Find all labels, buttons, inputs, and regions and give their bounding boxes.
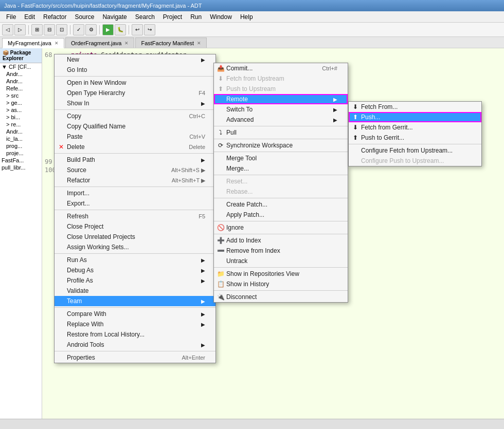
tree-node-re[interactable]: > re...	[0, 121, 42, 128]
cm-sync-workspace[interactable]: ⟳ Synchronize Workspace	[214, 140, 348, 151]
tree-node-ge[interactable]: > ge...	[0, 99, 42, 106]
cm-refactor[interactable]: Refactor Alt+Shift+T ▶	[55, 175, 215, 185]
cm-open-type[interactable]: Open Type Hierarchy F4	[55, 88, 215, 98]
menu-edit[interactable]: Edit	[20, 12, 39, 22]
cm-reset[interactable]: Reset...	[214, 176, 348, 186]
toolbar-btn-8[interactable]: ↩	[132, 24, 143, 35]
cm-android-tools[interactable]: Android Tools ▶	[55, 340, 215, 350]
menu-window[interactable]: Window	[206, 12, 236, 22]
tab-myfragment[interactable]: MyFragment.java ✕	[2, 38, 64, 48]
cm-fetch-from[interactable]: ⬇ Fetch From...	[349, 102, 481, 112]
cm-merge-tool[interactable]: Merge Tool	[214, 153, 348, 163]
cm-configure-push[interactable]: Configure Push to Upstream...	[349, 156, 481, 166]
toolbar-btn-5[interactable]: ⊡	[56, 24, 67, 35]
cm-show-repos[interactable]: 📁 Show in Repositories View	[214, 269, 348, 279]
cm-assign-working[interactable]: Assign Working Sets...	[55, 242, 215, 252]
cm-commit[interactable]: 📤 Commit... Ctrl+#	[214, 63, 348, 73]
cm-switch-to[interactable]: Switch To ▶	[214, 104, 348, 115]
cm-paste[interactable]: Paste Ctrl+V	[55, 132, 215, 142]
cm-push[interactable]: ⬆ Push...	[349, 112, 481, 122]
cm-disconnect[interactable]: 🔌 Disconnect	[214, 292, 348, 302]
tree-node-cf[interactable]: ▼ CF [CF...	[0, 63, 42, 70]
tree-node-bi[interactable]: > bi...	[0, 114, 42, 121]
cm-run-as[interactable]: Run As ▶	[55, 255, 215, 265]
tab-myfragment-close[interactable]: ✕	[55, 41, 59, 46]
cm-remove-index[interactable]: ➖ Remove from Index	[214, 246, 348, 256]
cm-pull[interactable]: ⤵ Pull	[214, 127, 348, 138]
tab-manifest-close[interactable]: ✕	[197, 41, 201, 46]
cm-close-unrelated[interactable]: Close Unrelated Projects	[55, 232, 215, 242]
tree-node-andr1[interactable]: Andr...	[0, 70, 42, 78]
cm-refresh[interactable]: Refresh F5	[55, 211, 215, 221]
tree-node-icla[interactable]: ic_la...	[0, 135, 42, 142]
cm-source[interactable]: Source Alt+Shift+S ▶	[55, 165, 215, 175]
cm-profile-as[interactable]: Profile As ▶	[55, 275, 215, 286]
cm-apply-patch[interactable]: Apply Patch...	[214, 210, 348, 220]
cm-restore-local[interactable]: Restore from Local History...	[55, 329, 215, 340]
cm-close-project[interactable]: Close Project	[55, 221, 215, 232]
toolbar-btn-7[interactable]: ⚙	[85, 24, 97, 35]
cm-show-history[interactable]: 📋 Show in History	[214, 279, 348, 289]
cm-push-upstream[interactable]: ⬆ Push to Upstream	[214, 84, 348, 94]
toolbar-btn-1[interactable]: ◁	[2, 24, 13, 35]
cm-copy[interactable]: Copy Ctrl+C	[55, 111, 215, 121]
menu-search[interactable]: Search	[131, 12, 159, 22]
cm-build-path[interactable]: Build Path ▶	[55, 155, 215, 165]
cm-merge[interactable]: Merge...	[214, 163, 348, 174]
cm-show-in[interactable]: Show In ▶	[55, 98, 215, 108]
tree-node-as[interactable]: > as...	[0, 106, 42, 114]
menu-help[interactable]: Help	[236, 12, 257, 22]
cm-copy-qualified[interactable]: Copy Qualified Name	[55, 121, 215, 132]
tree-node-fastfa[interactable]: FastFa...	[0, 157, 42, 164]
menu-source[interactable]: Source	[70, 12, 98, 22]
cm-team-sep-2	[214, 139, 348, 139]
cm-replace-with[interactable]: Replace With ▶	[55, 319, 215, 329]
toolbar-btn-4[interactable]: ⊟	[44, 24, 55, 35]
toolbar-btn-9[interactable]: ↪	[144, 24, 155, 35]
toolbar-btn-debug[interactable]: 🐛	[115, 24, 126, 35]
cm-compare-with[interactable]: Compare With ▶	[55, 309, 215, 319]
cm-add-index[interactable]: ➕ Add to Index	[214, 235, 348, 246]
menu-navigate[interactable]: Navigate	[98, 12, 131, 22]
cm-fetch-upstream[interactable]: ⬇ Fetch from Upstream	[214, 73, 348, 84]
cm-ignore[interactable]: 🚫 Ignore	[214, 222, 348, 233]
cm-fetch-gerrit[interactable]: ⬇ Fetch from Gerrit...	[349, 122, 481, 133]
tab-orderfragment-close[interactable]: ✕	[124, 41, 129, 46]
cm-advanced[interactable]: Advanced ▶	[214, 115, 348, 125]
toolbar-btn-2[interactable]: ▷	[14, 24, 26, 35]
cm-push-gerrit[interactable]: ⬆ Push to Gerrit...	[349, 133, 481, 143]
cm-create-patch[interactable]: Create Patch...	[214, 199, 348, 210]
tree-node-refe[interactable]: Refe...	[0, 85, 42, 92]
menu-run[interactable]: Run	[186, 12, 206, 22]
cm-debug-as[interactable]: Debug As ▶	[55, 265, 215, 275]
menu-file[interactable]: File	[2, 12, 20, 22]
toolbar-btn-run[interactable]: ▶	[102, 24, 114, 35]
cm-untrack[interactable]: Untrack	[214, 256, 348, 266]
cm-open-window[interactable]: Open in New Window	[55, 78, 215, 88]
cm-team[interactable]: Team ▶	[55, 296, 215, 306]
cm-export[interactable]: Export...	[55, 198, 215, 209]
cm-go-into[interactable]: Go Into	[55, 65, 215, 75]
cm-source-shortcut: Alt+Shift+S ▶	[171, 167, 205, 174]
tree-node-andr3[interactable]: Andr...	[0, 128, 42, 135]
tree-node-src[interactable]: > src	[0, 92, 42, 99]
tree-node-prog[interactable]: prog...	[0, 142, 42, 150]
cm-rebase[interactable]: Rebase...	[214, 186, 348, 197]
cm-configure-fetch[interactable]: Configure Fetch from Upstream...	[349, 145, 481, 156]
tab-manifest[interactable]: FastFactory Manifest ✕	[135, 38, 207, 48]
cm-new[interactable]: New ▶	[55, 54, 215, 65]
cm-delete[interactable]: ✕ Delete Delete	[55, 142, 215, 152]
tree-node-andr2[interactable]: Andr...	[0, 78, 42, 85]
menu-refactor[interactable]: Refactor	[39, 12, 70, 22]
title-text: Java - FastFactory/src/com/huipin/fastfa…	[4, 3, 202, 9]
cm-import[interactable]: Import...	[55, 188, 215, 198]
toolbar-btn-6[interactable]: ✓	[73, 24, 84, 35]
tab-orderfragment[interactable]: OrderFragment.java ✕	[65, 38, 134, 48]
cm-remote[interactable]: Remote ▶	[214, 94, 348, 104]
cm-properties[interactable]: Properties Alt+Enter	[55, 352, 215, 363]
tree-node-pull[interactable]: pull_libr...	[0, 164, 42, 171]
menu-project[interactable]: Project	[159, 12, 186, 22]
tree-node-proje[interactable]: proje...	[0, 150, 42, 157]
cm-validate[interactable]: Validate	[55, 286, 215, 296]
toolbar-btn-3[interactable]: ⊞	[31, 24, 43, 35]
